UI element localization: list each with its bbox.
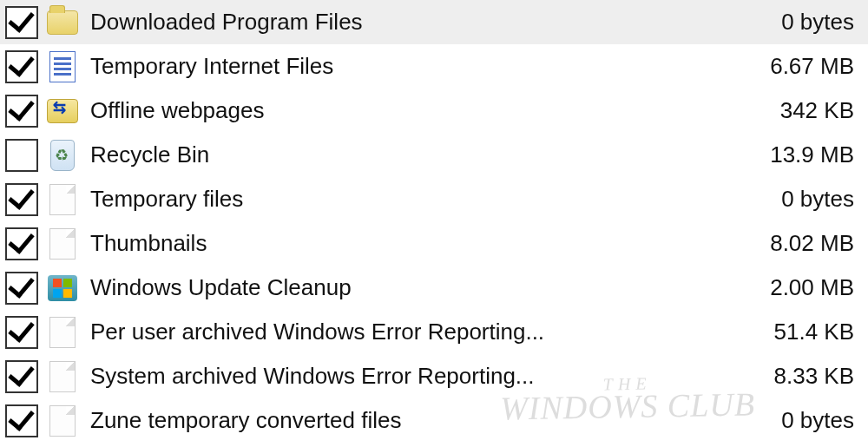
checkbox[interactable] (5, 139, 38, 172)
checkbox[interactable] (5, 272, 38, 305)
item-label: Temporary Internet Files (87, 53, 722, 80)
item-label: Downloaded Program Files (87, 9, 722, 36)
item-label: Thumbnails (87, 230, 722, 257)
list-item[interactable]: Temporary files0 bytes (0, 177, 868, 221)
list-item[interactable]: Downloaded Program Files0 bytes (0, 0, 868, 44)
item-label: Windows Update Cleanup (87, 274, 722, 301)
recycle-bin-icon (45, 138, 80, 173)
cleanup-file-list: Downloaded Program Files0 bytesTemporary… (0, 0, 868, 443)
list-item[interactable]: Recycle Bin13.9 MB (0, 133, 868, 177)
checkbox[interactable] (5, 6, 38, 39)
blank-file-icon (45, 404, 80, 438)
item-size: 6.67 MB (729, 53, 859, 80)
checkbox[interactable] (5, 183, 38, 216)
checkbox[interactable] (5, 316, 38, 349)
checkbox[interactable] (5, 50, 38, 83)
item-label: Zune temporary converted files (87, 407, 722, 434)
blank-file-icon (45, 359, 80, 394)
checkbox[interactable] (5, 404, 38, 437)
checkbox[interactable] (5, 360, 38, 393)
list-item[interactable]: Temporary Internet Files6.67 MB (0, 44, 868, 89)
item-label: System archived Windows Error Reporting.… (87, 363, 722, 390)
list-item[interactable]: Offline webpages342 KB (0, 89, 868, 133)
blank-file-icon (45, 227, 80, 261)
checkbox[interactable] (5, 95, 38, 128)
item-size: 0 bytes (729, 407, 859, 434)
win-update-icon (45, 271, 80, 306)
checkbox[interactable] (5, 227, 38, 260)
item-label: Recycle Bin (87, 141, 722, 168)
blank-file-icon (45, 182, 80, 217)
list-item[interactable]: Zune temporary converted files0 bytes (0, 398, 868, 443)
document-icon (45, 49, 80, 84)
item-label: Temporary files (87, 186, 722, 213)
item-label: Per user archived Windows Error Reportin… (87, 319, 722, 345)
item-size: 0 bytes (729, 186, 859, 213)
list-item[interactable]: System archived Windows Error Reporting.… (0, 354, 868, 398)
item-size: 13.9 MB (729, 141, 859, 168)
item-size: 51.4 KB (729, 319, 859, 345)
offline-pages-icon (45, 94, 80, 128)
list-item[interactable]: Windows Update Cleanup2.00 MB (0, 266, 868, 310)
item-size: 2.00 MB (729, 274, 859, 301)
folder-icon (45, 5, 80, 40)
item-label: Offline webpages (87, 97, 722, 124)
blank-file-icon (45, 315, 80, 350)
item-size: 8.33 KB (729, 363, 859, 390)
list-item[interactable]: Per user archived Windows Error Reportin… (0, 310, 868, 354)
item-size: 8.02 MB (729, 230, 859, 257)
list-item[interactable]: Thumbnails8.02 MB (0, 221, 868, 266)
item-size: 0 bytes (729, 9, 859, 36)
item-size: 342 KB (729, 97, 859, 124)
